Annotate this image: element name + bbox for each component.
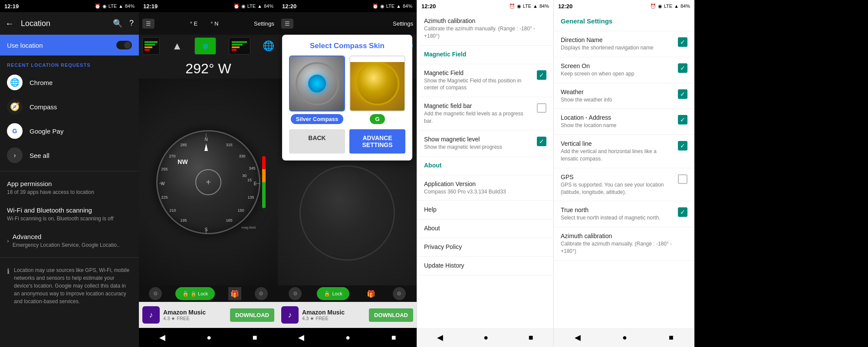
- bottom-widget-right2[interactable]: ⚙: [255, 287, 268, 300]
- location-address-checkbox[interactable]: [678, 115, 687, 124]
- compass-settings-btn-3[interactable]: Settings: [393, 20, 413, 27]
- item-help[interactable]: Help: [417, 201, 553, 219]
- magnetic-field-section-title: Magnetic Field: [424, 51, 546, 58]
- lock-label-3: Lock: [332, 291, 342, 296]
- battery-icon-3: 84%: [403, 3, 412, 9]
- item-weather[interactable]: Weather Show the weather info: [554, 83, 694, 109]
- skin-advance-button[interactable]: ADVANCE SETTINGS: [349, 129, 405, 154]
- back-icon[interactable]: ←: [5, 19, 14, 29]
- svg-text:30: 30: [242, 174, 247, 178]
- compass-settings-btn[interactable]: Settings: [254, 20, 274, 27]
- item-app-version: Application Version Compass 360 Pro v3.3…: [417, 175, 553, 201]
- app-permission-item[interactable]: App permission 18 of 39 apps have access…: [0, 175, 139, 201]
- back-nav-icon[interactable]: ◀: [159, 333, 165, 342]
- item-magnetic-field[interactable]: Magnetic Field Show the Magnetic Field o…: [417, 64, 553, 98]
- item-screen-on[interactable]: Screen On Keep screen on when open app: [554, 57, 694, 83]
- skin-back-button[interactable]: BACK: [289, 129, 345, 154]
- home-nav-icon-3[interactable]: ●: [345, 333, 350, 342]
- item-privacy-policy[interactable]: Privacy Policy: [417, 238, 553, 257]
- help-icon[interactable]: ?: [129, 19, 134, 28]
- magnetic-level-title: Show magnetic level: [424, 136, 533, 143]
- direction-name-text: Direction Name Displays the shortened na…: [561, 36, 674, 52]
- list-item-compass[interactable]: 🧭 Compass: [0, 95, 139, 119]
- wifi-item[interactable]: Wi-Fi and Bluetooth scanning Wi-Fi scann…: [0, 201, 139, 228]
- screen-on-title: Screen On: [561, 62, 674, 69]
- item-true-north[interactable]: True north Select true north instead of …: [554, 201, 694, 227]
- recents-nav-icon-5[interactable]: ■: [669, 333, 674, 342]
- true-north-checkbox[interactable]: [678, 207, 687, 217]
- skin-option-gold[interactable]: G: [349, 56, 405, 124]
- bottom-widget-left-3[interactable]: ⚙: [289, 287, 302, 300]
- see-all-row[interactable]: › See all: [0, 143, 139, 167]
- skin-option-silver[interactable]: Silver Compass: [289, 56, 345, 124]
- download-button[interactable]: DOWNLOAD: [230, 308, 274, 322]
- nav-bar-3: ◀ ● ■: [278, 328, 417, 347]
- vertical-line-checkbox[interactable]: [678, 141, 687, 151]
- signal-bars-icon-3: ▲: [396, 3, 401, 9]
- weather-checkbox[interactable]: [678, 89, 687, 99]
- bottom-widget-left[interactable]: ⚙: [149, 287, 162, 300]
- item-azimuth-cal[interactable]: Azimuth calibration Calibrate the azimut…: [417, 12, 553, 46]
- lock-button[interactable]: 🔒 🔒 Lock: [175, 287, 215, 300]
- location-top-bar: ← Location 🔍 ?: [0, 12, 139, 35]
- svg-text:345: 345: [249, 166, 255, 170]
- lock-button-3[interactable]: 🔒 Lock: [317, 287, 349, 300]
- list-item-googlepay[interactable]: G Google Pay: [0, 119, 139, 143]
- screen-on-desc: Keep screen on when open app: [561, 70, 674, 78]
- status-icons-3: ⏰ ◉ LTE ▲ 84%: [372, 3, 412, 9]
- menu-icon: ⚙: [259, 291, 263, 297]
- bottom-widget-right[interactable]: 🎁: [228, 287, 241, 300]
- bottom-widget-right-3[interactable]: ⚙: [393, 287, 406, 300]
- location-address-title: Location - Address: [561, 114, 674, 121]
- lock-icon-3: 🔒: [324, 291, 330, 297]
- signal-bars-icon-2: ▲: [257, 3, 262, 9]
- status-bar-1: 12:19 ⏰ ◉ LTE ▲ 84%: [0, 0, 139, 12]
- home-nav-icon-4[interactable]: ●: [483, 333, 488, 342]
- item-update-history[interactable]: Update History: [417, 257, 553, 275]
- compass-menu-btn[interactable]: ☰: [142, 19, 155, 29]
- use-location-toggle[interactable]: [116, 41, 132, 49]
- item-azimuth-calibration[interactable]: Azimuth calibration Calibrate the azimut…: [554, 227, 694, 261]
- gps-checkbox[interactable]: [678, 174, 687, 184]
- nav-bar-4: ◀ ● ■: [417, 328, 553, 347]
- info-row: ℹ Location may use sources like GPS, Wi-…: [0, 261, 139, 311]
- search-icon[interactable]: 🔍: [113, 19, 122, 28]
- svg-text:330: 330: [239, 154, 245, 158]
- item-show-magnetic-level[interactable]: Show magnetic level Show the magnetic le…: [417, 131, 553, 157]
- back-nav-icon-3[interactable]: ◀: [298, 333, 304, 342]
- home-nav-icon[interactable]: ●: [207, 333, 211, 342]
- general-settings-content: General Settings Direction Name Displays…: [554, 12, 694, 328]
- compass-app-icon: 🧭: [7, 99, 23, 115]
- svg-text:150: 150: [237, 208, 244, 213]
- item-location-address[interactable]: Location - Address Show the location nam…: [554, 109, 694, 135]
- item-vertical-line[interactable]: Vertical line Add the vertical and horiz…: [554, 135, 694, 168]
- back-nav-icon-5[interactable]: ◀: [575, 333, 581, 342]
- direction-name-checkbox[interactable]: [678, 37, 687, 47]
- advanced-desc: Emergency Location Service, Google Locat…: [13, 242, 120, 249]
- panel-select-skin: 12:20 ⏰ ◉ LTE ▲ 84% ☰ Settings ▲: [278, 0, 417, 347]
- page-title: Location: [21, 19, 106, 28]
- item-gps[interactable]: GPS GPS is supported. You can see your l…: [554, 168, 694, 202]
- item-magnetic-field-bar[interactable]: Magnetic field bar Add the magnetic fiel…: [417, 97, 553, 131]
- back-nav-icon-4[interactable]: ◀: [437, 333, 443, 342]
- item-about[interactable]: About: [417, 219, 553, 238]
- screen-on-checkbox[interactable]: [678, 63, 687, 73]
- recents-nav-icon-3[interactable]: ■: [391, 333, 396, 342]
- alarm-icon-3: ⏰: [372, 3, 378, 9]
- home-nav-icon-5[interactable]: ●: [622, 333, 627, 342]
- recents-nav-icon-4[interactable]: ■: [529, 333, 533, 342]
- magnetic-bar-checkbox[interactable]: [537, 103, 546, 113]
- svg-text:NW: NW: [178, 158, 188, 165]
- compass-menu-btn-3[interactable]: ☰: [281, 19, 293, 29]
- compass-reading: ° E ° N: [158, 20, 250, 27]
- advanced-item[interactable]: › Advanced Emergency Location Service, G…: [0, 228, 139, 254]
- magnetic-level-checkbox[interactable]: [537, 137, 546, 146]
- recents-nav-icon[interactable]: ■: [253, 333, 257, 342]
- gift-widget-3[interactable]: 🎁: [365, 287, 378, 300]
- use-location-row[interactable]: Use location: [0, 35, 139, 56]
- list-item-chrome[interactable]: 🌐 Chrome: [0, 70, 139, 95]
- item-direction-name[interactable]: Direction Name Displays the shortened na…: [554, 31, 694, 57]
- magnetic-field-checkbox[interactable]: [537, 70, 546, 80]
- download-button-3[interactable]: DOWNLOAD: [369, 308, 413, 322]
- app-settings-content: Azimuth calibration Calibrate the azimut…: [417, 12, 553, 328]
